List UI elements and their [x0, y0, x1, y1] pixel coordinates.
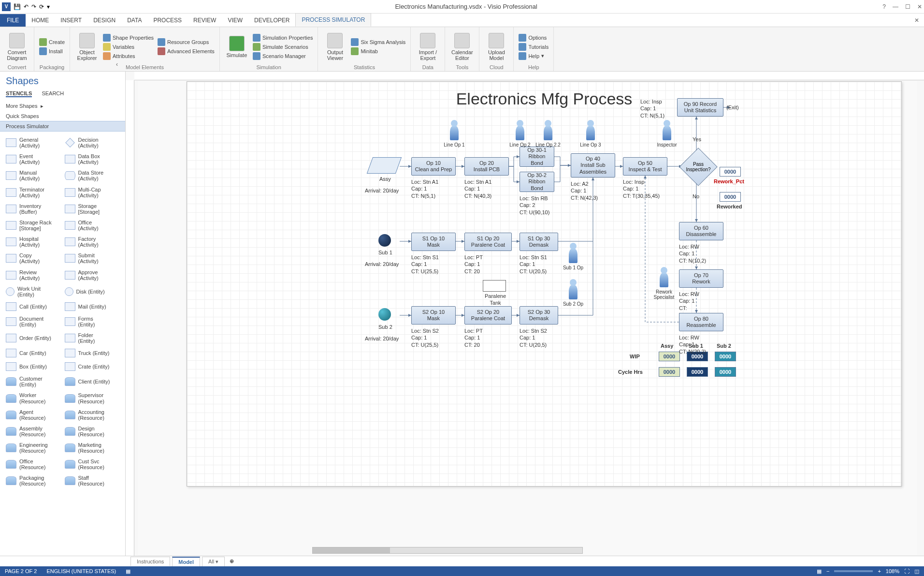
node-s2_10[interactable]: S2 Op 10Mask: [411, 306, 456, 325]
page-tab-model[interactable]: Model: [172, 557, 200, 566]
node-op70[interactable]: Op 70Rework: [679, 269, 723, 288]
simulate-scenarios-button[interactable]: Simulate Scenarios: [253, 43, 313, 51]
shape-multi-cap[interactable]: Multi-Cap(Activity): [63, 184, 122, 201]
stencils-tab[interactable]: STENCILS: [6, 90, 32, 97]
shape-marketing[interactable]: Marketing(Resource): [63, 440, 122, 456]
quick-shapes-link[interactable]: Quick Shapes: [0, 111, 125, 121]
sub2-entity[interactable]: [378, 308, 391, 321]
shape-engineering[interactable]: Engineering(Resource): [4, 440, 63, 456]
shape-mail-entity-[interactable]: Mail (Entity): [63, 300, 122, 313]
tab-review[interactable]: REVIEW: [188, 14, 222, 27]
six-sigma-button[interactable]: Six Sigma Analysis: [351, 38, 405, 46]
shape-customer[interactable]: Customer(Entity): [4, 373, 63, 390]
help-button[interactable]: Help ▾: [519, 52, 549, 60]
tab-process[interactable]: PROCESS: [147, 14, 188, 27]
fit-window-icon[interactable]: ⛶: [904, 568, 910, 574]
add-page-button[interactable]: ⊕: [227, 557, 237, 565]
paralene-tank[interactable]: [483, 280, 506, 292]
operator-sub2op[interactable]: Sub 2 Op: [567, 285, 579, 307]
operator-inspector[interactable]: Inspector: [661, 126, 673, 148]
shape-approve[interactable]: Approve(Activity): [63, 267, 122, 283]
sub1-entity[interactable]: [378, 234, 391, 247]
operator-lineop3[interactable]: Line Op 3: [584, 126, 597, 148]
zoom-out-icon[interactable]: −: [826, 568, 829, 574]
horizontal-scrollbar[interactable]: [312, 547, 583, 554]
tab-insert[interactable]: INSERT: [55, 14, 87, 27]
node-op10[interactable]: Op 10Clean and Prep: [411, 157, 456, 176]
shape-client-entity-[interactable]: Client (Entity): [63, 373, 122, 390]
shape-packaging[interactable]: Packaging(Resource): [4, 473, 63, 489]
zoom-slider[interactable]: [834, 570, 873, 572]
tab-process-simulator[interactable]: PROCESS SIMULATOR: [295, 13, 371, 27]
resource-groups-button[interactable]: Resource Groups: [158, 38, 215, 46]
switch-windows-icon[interactable]: ◫: [914, 568, 919, 575]
tab-home[interactable]: HOME: [26, 14, 55, 27]
node-s1_10[interactable]: S1 Op 10Mask: [411, 233, 456, 251]
tab-view[interactable]: VIEW: [222, 14, 248, 27]
tutorials-button[interactable]: Tutorials: [519, 43, 549, 51]
shape-hospital[interactable]: Hospital(Activity): [4, 234, 63, 250]
process-simulator-stencil[interactable]: Process Simulator: [0, 121, 125, 132]
shape-design[interactable]: Design(Resource): [63, 423, 122, 440]
operator-sub1op[interactable]: Sub 1 Op: [567, 249, 579, 270]
node-s1_30[interactable]: S1 Op 30Demask: [520, 233, 558, 251]
shape-disk-entity-[interactable]: Disk (Entity): [63, 283, 122, 300]
object-explorer-button[interactable]: Object Explorer: [75, 29, 99, 64]
zoom-in-icon[interactable]: +: [878, 568, 881, 574]
shape-assembly[interactable]: Assembly(Resource): [4, 423, 63, 440]
search-tab[interactable]: SEARCH: [42, 90, 64, 97]
shape-general[interactable]: General(Activity): [4, 134, 63, 151]
node-s2_30[interactable]: S2 Op 30Demask: [520, 306, 558, 325]
advanced-elements-button[interactable]: Advanced Elements: [158, 47, 215, 55]
shape-document[interactable]: Document(Entity): [4, 313, 63, 330]
operator-lineop22[interactable]: Line Op 2.2: [542, 126, 554, 148]
variables-button[interactable]: Variables: [103, 43, 154, 51]
page-tab-all[interactable]: All ▾: [202, 557, 225, 566]
shape-office[interactable]: Office(Resource): [4, 456, 63, 473]
node-op90[interactable]: Op 90 RecordUnit Statistics: [677, 98, 723, 117]
node-op60[interactable]: Op 60Disassemble: [679, 222, 723, 240]
node-op40[interactable]: Op 40Install SubAssemblies: [571, 153, 615, 177]
simulate-button[interactable]: Simulate: [225, 29, 249, 64]
shape-staff[interactable]: Staff(Resource): [63, 473, 122, 489]
create-button[interactable]: Create: [39, 38, 65, 46]
shape-data-box[interactable]: Data Box(Activity): [63, 151, 122, 167]
maximize-icon[interactable]: ☐: [905, 3, 910, 10]
options-button[interactable]: Options: [519, 34, 549, 42]
shape-copy[interactable]: Copy(Activity): [4, 250, 63, 266]
redo-icon[interactable]: ↷: [31, 3, 36, 10]
save-icon[interactable]: 💾: [14, 3, 21, 10]
node-op50[interactable]: Op 50Inspect & Test: [623, 157, 667, 176]
shape-forms[interactable]: Forms(Entity): [63, 313, 122, 330]
node-op20[interactable]: Op 20Install PCB: [464, 157, 509, 176]
shape-data-store[interactable]: Data Store(Activity): [63, 167, 122, 184]
node-op302[interactable]: Op 30-2RibbonBond: [520, 172, 554, 192]
shape-event[interactable]: Event(Activity): [4, 151, 63, 167]
macro-icon[interactable]: ▦: [126, 568, 130, 575]
presentation-icon[interactable]: ▦: [817, 568, 822, 575]
minitab-button[interactable]: Minitab: [351, 47, 405, 55]
shape-properties-button[interactable]: Shape Properties: [103, 34, 154, 42]
node-op301[interactable]: Op 30-1RibbonBond: [520, 147, 554, 167]
shape-call-entity-[interactable]: Call (Entity): [4, 300, 63, 313]
shape-cust-svc[interactable]: Cust Svc(Resource): [63, 456, 122, 473]
node-op80[interactable]: Op 80Reassemble: [679, 313, 723, 331]
convert-diagram-button[interactable]: Convert Diagram: [5, 29, 29, 64]
tab-developer[interactable]: DEVELOPER: [248, 14, 295, 27]
install-button[interactable]: Install: [39, 47, 65, 55]
shape-storage[interactable]: Storage[Storage]: [63, 201, 122, 217]
tab-design[interactable]: DESIGN: [87, 14, 121, 27]
node-s2_20[interactable]: S2 Op 20Paralene Coat: [464, 306, 512, 325]
help-icon[interactable]: ?: [882, 3, 886, 10]
shape-decision[interactable]: Decision(Activity): [63, 134, 122, 151]
page-tab-instructions[interactable]: Instructions: [130, 557, 170, 566]
operator-rework[interactable]: ReworkSpecialist: [658, 273, 670, 300]
tab-data[interactable]: DATA: [121, 14, 147, 27]
shape-truck-entity-[interactable]: Truck (Entity): [63, 346, 122, 360]
shape-submit[interactable]: Submit(Activity): [63, 250, 122, 266]
attributes-button[interactable]: Attributes: [103, 52, 154, 60]
shape-office[interactable]: Office(Activity): [63, 217, 122, 234]
assy-entity[interactable]: [367, 157, 402, 174]
shape-folder[interactable]: Folder(Entity): [63, 330, 122, 346]
minimize-icon[interactable]: —: [893, 3, 898, 10]
